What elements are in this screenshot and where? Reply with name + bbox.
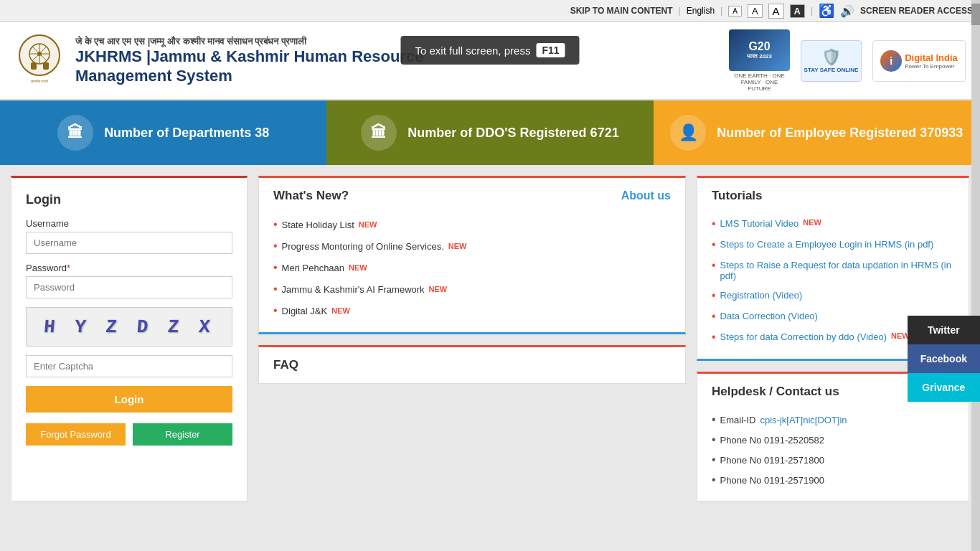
about-us-link[interactable]: About us <box>621 189 671 202</box>
grievance-button[interactable]: Grivance <box>908 373 980 402</box>
list-item: State Holiday List NEW <box>273 214 671 235</box>
employees-icon: 👤 <box>670 115 706 151</box>
stats-bar: 🏛 Number of Departments 38 🏛 Number of D… <box>0 100 980 165</box>
font-large-btn[interactable]: A <box>768 4 784 19</box>
accessibility-icon: ♿ <box>819 3 834 19</box>
register-button[interactable]: Register <box>133 423 232 446</box>
whats-new-header: What's New? About us <box>273 189 671 203</box>
emblem: सत्यमेव जयते <box>14 32 65 90</box>
font-medium-btn[interactable]: A <box>748 4 763 18</box>
header-left: सत्यमेव जयते जे के एच आर एम एस |जम्मू और… <box>14 32 423 90</box>
svg-rect-8 <box>43 62 49 70</box>
list-item: Meri Pehchaan NEW <box>273 257 671 278</box>
font-small-btn[interactable]: A <box>728 6 742 17</box>
middle-panel: What's New? About us State Holiday List … <box>258 176 686 501</box>
f11-badge: F11 <box>536 43 565 57</box>
digital-india-logo: i Digital India Power To Empower <box>872 40 966 82</box>
list-item: Digital J&K NEW <box>273 300 671 321</box>
g20-logo: G20 भारत 2023 ONE EARTH · ONE FAMILY · O… <box>729 29 790 92</box>
departments-icon: 🏛 <box>57 115 93 151</box>
list-item[interactable]: LMS Tutorial VideoNEW <box>712 214 954 235</box>
tutorials-header: Tutorials <box>712 189 954 203</box>
departments-label: Number of Departments 38 <box>104 126 269 141</box>
skip-link[interactable]: SKIP TO MAIN CONTENT <box>570 6 673 16</box>
list-item[interactable]: Registration (Video) <box>712 286 954 306</box>
facebook-button[interactable]: Facebook <box>908 344 980 373</box>
username-label: Username <box>26 218 232 229</box>
emblem-svg: सत्यमेव जयते <box>17 34 63 88</box>
stat-employees: 👤 Number of Employee Registered 370933 <box>654 100 980 165</box>
svg-text:सत्यमेव जयते: सत्यमेव जयते <box>29 79 47 83</box>
scroll-thumb[interactable] <box>971 4 980 25</box>
email-link[interactable]: cpis-jk[AT]nic[DOT]in <box>760 415 847 425</box>
login-panel: Login Username Password* H Y Z D Z X Log… <box>11 176 248 501</box>
employees-label: Number of Employee Registered 370933 <box>717 126 963 141</box>
faq-title: FAQ <box>273 358 671 372</box>
fullscreen-tooltip: To exit full screen, press F11 <box>400 36 579 65</box>
list-item[interactable]: Steps to Create a Employee Login in HRMS… <box>712 235 954 255</box>
ddo-label: Number of DDO'S Registered 6721 <box>407 126 618 141</box>
faq-box: FAQ <box>258 345 686 384</box>
ddo-icon: 🏛 <box>361 115 397 151</box>
whats-new-box: What's New? About us State Holiday List … <box>258 176 686 334</box>
hindi-title: जे के एच आर एम एस |जम्मू और कश्मीर मानव … <box>75 36 423 47</box>
list-item: Phone No 0191-2520582 <box>712 430 954 450</box>
tutorials-title: Tutorials <box>712 189 763 203</box>
font-bold-btn[interactable]: A <box>790 4 805 18</box>
login-button[interactable]: Login <box>26 386 232 413</box>
stat-departments: 🏛 Number of Departments 38 <box>0 100 326 165</box>
captcha-text: H Y Z D Z X <box>43 316 215 338</box>
helpdesk-list: Email-ID cpis-jk[AT]nic[DOT]in Phone No … <box>712 410 954 490</box>
password-input[interactable] <box>26 276 232 298</box>
list-item: Phone No 0191-2571800 <box>712 450 954 470</box>
main-content: Login Username Password* H Y Z D Z X Log… <box>0 165 980 512</box>
helpdesk-title: Helpdesk / Contact us <box>712 385 839 399</box>
list-item: Phone No 0191-2571900 <box>712 470 954 490</box>
password-label: Password* <box>26 263 232 273</box>
username-input[interactable] <box>26 232 232 254</box>
list-item: Jammu & Kashmir's AI Framework NEW <box>273 278 671 300</box>
captcha-input[interactable] <box>26 355 232 377</box>
news-list: State Holiday List NEW Progress Montorin… <box>273 214 671 321</box>
whats-new-title: What's New? <box>273 189 349 203</box>
login-title: Login <box>26 192 232 207</box>
screen-reader-icon: 🔊 <box>840 4 854 18</box>
list-item: Progress Montoring of Online Services. N… <box>273 235 671 257</box>
bottom-buttons: Forgot Password Register <box>26 423 232 446</box>
header-text: जे के एच आर एम एस |जम्मू और कश्मीर मानव … <box>75 36 423 85</box>
stat-ddo: 🏛 Number of DDO'S Registered 6721 <box>326 100 653 165</box>
top-bar: SKIP TO MAIN CONTENT | English | A A A A… <box>0 0 980 22</box>
svg-rect-7 <box>31 62 37 70</box>
language-label: English <box>687 6 715 16</box>
forgot-password-button[interactable]: Forgot Password <box>26 423 126 446</box>
english-title: JKHRMS |Jammu & Kashmir Human ResourceMa… <box>75 47 423 85</box>
scrollbar[interactable] <box>971 0 980 512</box>
captcha-display: H Y Z D Z X <box>26 307 232 347</box>
social-sidebar: Twitter Facebook Grivance <box>908 316 980 402</box>
list-item[interactable]: Steps to Raise a Request for data updati… <box>712 255 954 286</box>
twitter-button[interactable]: Twitter <box>908 316 980 344</box>
screen-reader-label[interactable]: SCREEN READER ACCESS <box>860 6 973 16</box>
safe-online-logo: 🛡️ STAY SAFE ONLINE <box>801 40 862 82</box>
list-item: Email-ID cpis-jk[AT]nic[DOT]in <box>712 410 954 430</box>
header-logos: G20 भारत 2023 ONE EARTH · ONE FAMILY · O… <box>729 29 966 92</box>
